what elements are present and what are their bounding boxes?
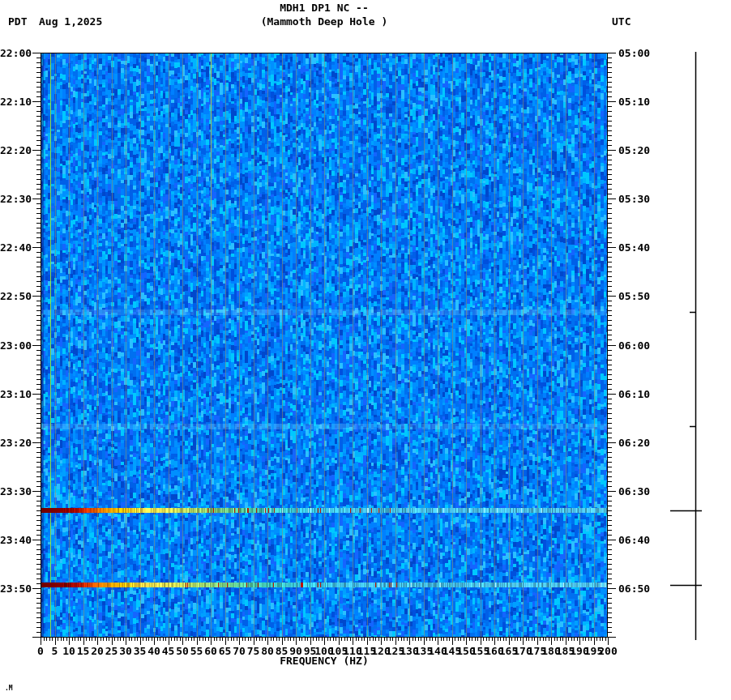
- freq-tick-label: 200: [588, 646, 628, 656]
- left-time-label: 23:50: [0, 583, 31, 594]
- right-time-label: 05:40: [618, 242, 650, 253]
- left-time-label: 23:40: [0, 535, 31, 545]
- right-time-label: 06:30: [618, 486, 650, 497]
- right-time-label: 06:20: [618, 438, 650, 448]
- right-time-label: 06:50: [618, 583, 650, 594]
- right-time-label: 06:00: [618, 340, 650, 351]
- timezone-right-label: UTC: [612, 16, 631, 28]
- timezone-left-label: PDT: [8, 16, 27, 28]
- right-time-label: 05:30: [618, 194, 650, 204]
- spectrogram-page: PDT Aug 1,2025 UTC MDH1 DP1 NC -- (Mammo…: [0, 0, 731, 700]
- right-time-label: 06:40: [618, 535, 650, 545]
- right-time-label: 05:20: [618, 145, 650, 156]
- right-time-label: 05:50: [618, 291, 650, 301]
- left-time-label: 23:20: [0, 438, 31, 448]
- left-time-label: 22:10: [0, 96, 31, 107]
- right-time-label: 06:10: [618, 389, 650, 399]
- right-time-label: 05:10: [618, 96, 650, 107]
- left-time-label: 22:50: [0, 291, 31, 301]
- left-time-label: 23:10: [0, 389, 31, 399]
- left-time-label: 22:00: [0, 48, 31, 58]
- station-subtitle: (Mammoth Deep Hole ): [41, 15, 608, 28]
- left-time-label: 22:40: [0, 242, 31, 253]
- left-time-label: 23:30: [0, 486, 31, 497]
- x-axis-title: FREQUENCY (HZ): [243, 655, 405, 666]
- station-title: MDH1 DP1 NC --: [41, 2, 608, 14]
- footer-note: .M: [5, 685, 13, 692]
- left-time-label: 23:00: [0, 340, 31, 351]
- right-time-label: 05:00: [618, 48, 650, 58]
- left-time-label: 22:30: [0, 194, 31, 204]
- left-time-label: 22:20: [0, 145, 31, 156]
